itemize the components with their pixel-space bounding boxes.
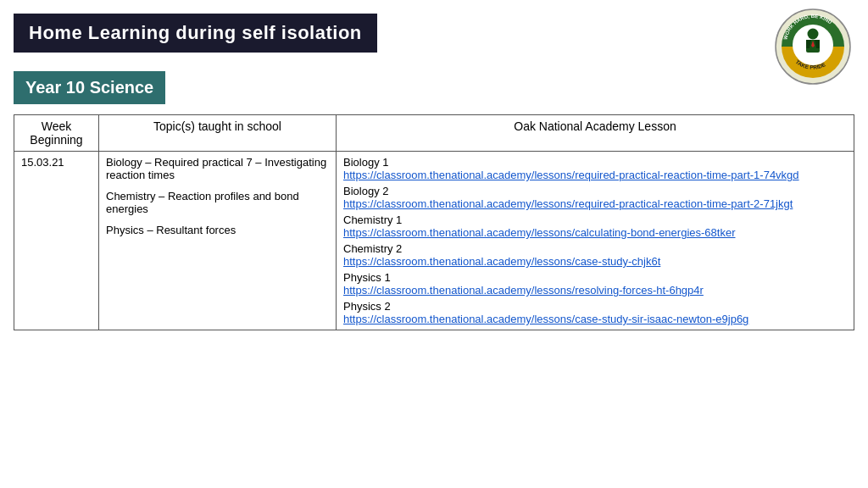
lesson-label: Physics 1 bbox=[343, 271, 847, 284]
school-logo: WORK HARD, WORK HARD, BE KIND WORK HARD,… bbox=[775, 8, 851, 85]
lesson-label: Chemistry 1 bbox=[343, 214, 847, 226]
svg-point-16 bbox=[808, 29, 819, 40]
home-learning-table: Week Beginning Topic(s) taught in school… bbox=[14, 114, 854, 330]
lesson-link[interactable]: https://classroom.thenational.academy/le… bbox=[343, 255, 660, 268]
lesson-link[interactable]: https://classroom.thenational.academy/le… bbox=[343, 226, 735, 239]
topic-entry: Chemistry – Reaction profiles and bond e… bbox=[106, 190, 329, 215]
lesson-label: Biology 1 bbox=[343, 156, 847, 169]
topic-entry: Physics – Resultant forces bbox=[106, 224, 329, 236]
cell-topics: Biology – Required practical 7 – Investi… bbox=[99, 152, 337, 330]
lesson-link[interactable]: https://classroom.thenational.academy/le… bbox=[343, 284, 704, 297]
lesson-label: Biology 2 bbox=[343, 185, 847, 197]
lesson-link[interactable]: https://classroom.thenational.academy/le… bbox=[343, 169, 799, 181]
lesson-label: Chemistry 2 bbox=[343, 242, 847, 255]
cell-week: 15.03.21 bbox=[14, 152, 99, 330]
lesson-label: Physics 2 bbox=[343, 300, 847, 313]
year-heading: Year 10 Science bbox=[14, 71, 165, 104]
lesson-link[interactable]: https://classroom.thenational.academy/le… bbox=[343, 197, 793, 210]
content-table-wrapper: Week Beginning Topic(s) taught in school… bbox=[14, 114, 854, 330]
page-title: Home Learning during self isolation bbox=[14, 14, 377, 53]
lesson-link[interactable]: https://classroom.thenational.academy/le… bbox=[343, 313, 748, 325]
topic-entry: Biology – Required practical 7 – Investi… bbox=[106, 156, 329, 181]
cell-lessons: Biology 1https://classroom.thenational.a… bbox=[337, 152, 854, 330]
page-container: WORK HARD, WORK HARD, BE KIND WORK HARD,… bbox=[0, 0, 868, 488]
col-header-oak: Oak National Academy Lesson bbox=[337, 115, 854, 152]
col-header-topic: Topic(s) taught in school bbox=[99, 115, 337, 152]
col-header-week: Week Beginning bbox=[14, 115, 99, 152]
